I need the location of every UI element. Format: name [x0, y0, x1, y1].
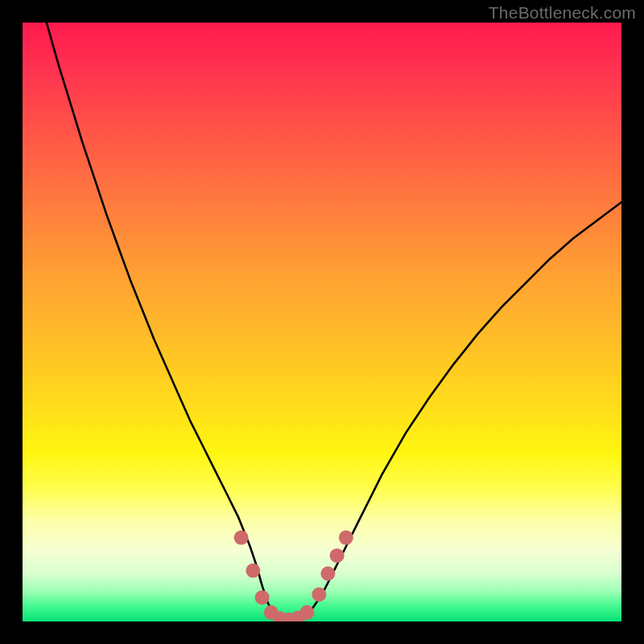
curve-marker — [330, 548, 345, 563]
curve-marker — [320, 567, 335, 581]
curve-marker — [312, 588, 326, 602]
curve-marker — [234, 530, 249, 545]
curve-marker — [339, 530, 353, 545]
chart-frame: TheBottleneck.com — [0, 0, 644, 644]
plot-area — [23, 23, 621, 621]
curve-marker — [255, 590, 270, 605]
curve-marker — [246, 564, 260, 578]
bottleneck-curve — [23, 23, 621, 621]
curve-path — [47, 23, 621, 621]
curve-marker — [299, 605, 314, 620]
watermark-text: TheBottleneck.com — [489, 3, 636, 23]
